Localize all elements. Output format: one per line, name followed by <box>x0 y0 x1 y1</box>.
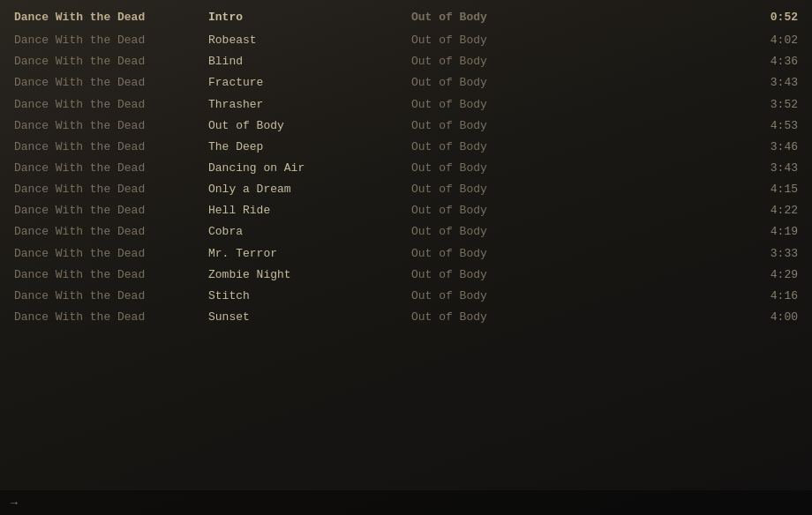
track-artist: Dance With the Dead <box>14 96 208 114</box>
header-title: Intro <box>208 9 411 26</box>
table-row[interactable]: Dance With the DeadSunsetOut of Body4:00 <box>0 307 812 328</box>
table-row[interactable]: Dance With the DeadStitchOut of Body4:16 <box>0 286 812 307</box>
table-row[interactable]: Dance With the DeadZombie NightOut of Bo… <box>0 265 812 286</box>
track-artist: Dance With the Dead <box>14 266 208 284</box>
track-artist: Dance With the Dead <box>14 74 208 92</box>
track-duration: 4:19 <box>588 223 798 241</box>
table-row[interactable]: Dance With the DeadMr. TerrorOut of Body… <box>0 243 812 265</box>
track-album: Out of Body <box>411 53 588 71</box>
table-row[interactable]: Dance With the DeadThe DeepOut of Body3:… <box>0 137 812 158</box>
track-album: Out of Body <box>411 117 588 135</box>
track-artist: Dance With the Dead <box>14 287 208 305</box>
track-title: The Deep <box>208 138 411 156</box>
track-title: Cobra <box>208 223 411 241</box>
track-list: Dance With the Dead Intro Out of Body 0:… <box>0 0 812 335</box>
track-artist: Dance With the Dead <box>14 309 208 326</box>
track-duration: 3:33 <box>588 245 798 263</box>
header-album: Out of Body <box>411 9 588 26</box>
track-title: Sunset <box>208 309 411 326</box>
track-title: Thrasher <box>208 96 411 114</box>
track-duration: 4:53 <box>588 117 798 135</box>
track-duration: 4:16 <box>588 287 798 305</box>
track-album: Out of Body <box>411 309 588 326</box>
track-artist: Dance With the Dead <box>14 53 208 71</box>
track-duration: 4:02 <box>588 32 798 49</box>
track-duration: 3:52 <box>588 96 798 114</box>
table-row[interactable]: Dance With the DeadOut of BodyOut of Bod… <box>0 116 812 137</box>
track-title: Only a Dream <box>208 181 411 198</box>
track-album: Out of Body <box>411 287 588 305</box>
track-album: Out of Body <box>411 202 588 220</box>
track-title: Stitch <box>208 287 411 305</box>
table-row[interactable]: Dance With the DeadRobeastOut of Body4:0… <box>0 30 812 51</box>
track-artist: Dance With the Dead <box>14 202 208 220</box>
track-artist: Dance With the Dead <box>14 32 208 49</box>
track-album: Out of Body <box>411 181 588 198</box>
track-artist: Dance With the Dead <box>14 245 208 263</box>
track-duration: 4:00 <box>588 309 798 326</box>
table-row[interactable]: Dance With the DeadThrasherOut of Body3:… <box>0 94 812 116</box>
track-duration: 4:29 <box>588 266 798 284</box>
track-duration: 3:43 <box>588 160 798 177</box>
table-row[interactable]: Dance With the DeadOnly a DreamOut of Bo… <box>0 179 812 200</box>
track-artist: Dance With the Dead <box>14 160 208 177</box>
table-row[interactable]: Dance With the DeadDancing on AirOut of … <box>0 158 812 179</box>
track-duration: 4:22 <box>588 202 798 220</box>
table-row[interactable]: Dance With the DeadHell RideOut of Body4… <box>0 200 812 221</box>
track-duration: 3:46 <box>588 138 798 156</box>
track-album: Out of Body <box>411 245 588 263</box>
track-album: Out of Body <box>411 266 588 284</box>
track-title: Zombie Night <box>208 266 411 284</box>
header-artist: Dance With the Dead <box>14 9 208 26</box>
track-title: Hell Ride <box>208 202 411 220</box>
track-title: Robeast <box>208 32 411 49</box>
table-row[interactable]: Dance With the DeadBlindOut of Body4:36 <box>0 51 812 72</box>
track-artist: Dance With the Dead <box>14 138 208 156</box>
track-duration: 3:43 <box>588 74 798 92</box>
track-duration: 4:36 <box>588 53 798 71</box>
track-title: Mr. Terror <box>208 245 411 263</box>
track-artist: Dance With the Dead <box>14 117 208 135</box>
track-list-header: Dance With the Dead Intro Out of Body 0:… <box>0 7 812 28</box>
track-title: Fracture <box>208 74 411 92</box>
track-title: Out of Body <box>208 117 411 135</box>
table-row[interactable]: Dance With the DeadFractureOut of Body3:… <box>0 72 812 93</box>
track-title: Dancing on Air <box>208 160 411 177</box>
arrow-icon: → <box>11 496 18 510</box>
track-artist: Dance With the Dead <box>14 181 208 198</box>
bottom-bar: → <box>0 490 812 515</box>
track-duration: 4:15 <box>588 181 798 198</box>
track-album: Out of Body <box>411 96 588 114</box>
track-album: Out of Body <box>411 223 588 241</box>
track-album: Out of Body <box>411 138 588 156</box>
track-album: Out of Body <box>411 74 588 92</box>
header-duration: 0:52 <box>588 9 798 26</box>
track-artist: Dance With the Dead <box>14 223 208 241</box>
table-row[interactable]: Dance With the DeadCobraOut of Body4:19 <box>0 221 812 243</box>
track-album: Out of Body <box>411 160 588 177</box>
track-album: Out of Body <box>411 32 588 49</box>
track-title: Blind <box>208 53 411 71</box>
